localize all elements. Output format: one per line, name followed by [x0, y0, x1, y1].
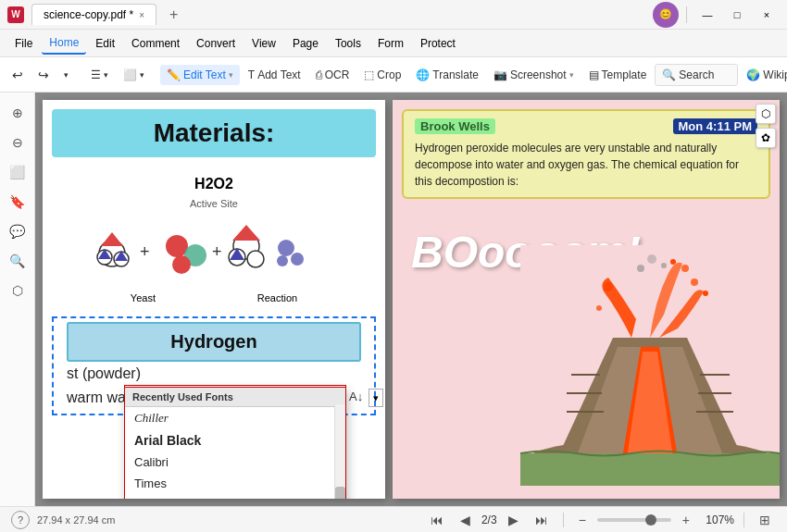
volcano-svg-container — [520, 245, 780, 486]
new-tab-button[interactable]: + — [164, 6, 183, 23]
svg-point-31 — [604, 282, 613, 291]
menu-home[interactable]: Home — [42, 32, 86, 55]
help-button[interactable]: ? — [11, 511, 30, 529]
font-item-times[interactable]: Times — [125, 473, 345, 494]
ocr-button[interactable]: ⎙ OCR — [309, 65, 356, 85]
menu-form[interactable]: Form — [370, 33, 411, 54]
menu-tools[interactable]: Tools — [328, 33, 369, 54]
next-page-button[interactable]: ▶ — [503, 511, 524, 529]
font-item-arial-black[interactable]: Arial Black — [125, 429, 345, 452]
toolbar-hand-label: ▾ — [104, 70, 108, 80]
left-sidebar: ⊕ ⊖ ⬜ 🔖 💬 🔍 ⬡ — [0, 93, 35, 506]
status-bar-right: ⏮ ◀ 2/3 ▶ ⏭ − + 107% ⊞ — [425, 511, 776, 529]
pdf-page-right: ⬡ ✿ Brook Wells Mon 4:11 PM Hydrogen per… — [393, 100, 780, 499]
chat-name: Brook Wells — [415, 118, 495, 134]
font-item-calibri[interactable]: Calibri — [125, 452, 345, 473]
toolbar-dropdown[interactable]: ▾ — [57, 67, 75, 83]
profile-icon[interactable]: 😊 — [653, 2, 679, 28]
sidebar-zoom-out[interactable]: ⊖ — [5, 130, 31, 155]
screenshot-label: Screenshot — [510, 68, 567, 81]
top-right-icons: ⬡ ✿ — [756, 104, 776, 148]
sidebar-comments[interactable]: 💬 — [5, 218, 31, 244]
add-text-label: Add Text — [257, 68, 300, 81]
sidebar-bookmarks[interactable]: 🔖 — [5, 189, 31, 215]
svg-marker-1 — [101, 232, 123, 246]
close-button[interactable]: × — [754, 6, 780, 24]
svg-text:+: + — [140, 242, 150, 261]
menu-comment[interactable]: Comment — [124, 33, 187, 54]
font-scrollbar[interactable] — [334, 404, 345, 499]
menu-protect[interactable]: Protect — [413, 33, 463, 54]
edit-text-button[interactable]: ✏️ Edit Text ▾ — [160, 65, 240, 85]
toolbar: ↩ ↪ ▾ ☰ ▾ ⬜ ▾ ✏️ Edit Text ▾ T Add Text … — [0, 57, 787, 93]
template-button[interactable]: ▤ Template — [582, 65, 654, 85]
font-item-niagara[interactable]: Niagara Engraved — [125, 494, 345, 499]
chat-text: Hydrogen peroxide molecules are very uns… — [415, 140, 757, 190]
toolbar-undo[interactable]: ↩ — [6, 64, 30, 86]
font-list[interactable]: Chiller Arial Black Calibri Times Niagar… — [125, 407, 345, 499]
menu-convert[interactable]: Convert — [189, 33, 243, 54]
toolbar-select-tool[interactable]: ⬜ ▾ — [117, 65, 151, 85]
translate-button[interactable]: 🌐 Translate — [409, 65, 485, 85]
zoom-in-button[interactable]: + — [677, 511, 695, 529]
zoom-slider[interactable] — [597, 518, 671, 522]
zoom-out-button[interactable]: − — [573, 511, 592, 529]
yeast-label: Yeast — [131, 292, 156, 303]
last-page-button[interactable]: ⏭ — [530, 511, 554, 529]
corner-icon-2[interactable]: ✿ — [756, 128, 776, 148]
fit-page-button[interactable]: ⊞ — [754, 511, 776, 529]
pdf-page-left: Materials: H2O2 Active Site + — [43, 100, 385, 499]
tab-item[interactable]: science-copy.pdf * × — [31, 4, 156, 25]
reaction-label: Reaction — [257, 292, 297, 303]
crop-button[interactable]: ⬚ Crop — [357, 65, 407, 85]
wikipedia-button[interactable]: 🌍 Wikipedia — [740, 65, 787, 85]
screenshot-dropdown-icon: ▾ — [569, 70, 574, 80]
tab-close-button[interactable]: × — [139, 10, 144, 20]
sidebar-search[interactable]: 🔍 — [5, 248, 31, 274]
first-page-button[interactable]: ⏮ — [425, 511, 449, 529]
screenshot-button[interactable]: 📷 Screenshot ▾ — [487, 65, 581, 85]
sidebar-zoom-in[interactable]: ⊕ — [5, 100, 31, 126]
title-bar-right: 😊 — □ × — [653, 2, 780, 28]
toolbar-hand-tool[interactable]: ☰ ▾ — [84, 65, 115, 85]
svg-point-15 — [247, 251, 264, 267]
active-site-label: Active Site — [61, 198, 367, 209]
prev-page-button[interactable]: ◀ — [455, 511, 476, 529]
format-dropdown[interactable]: ▾ — [369, 389, 383, 407]
maximize-button[interactable]: □ — [724, 6, 750, 24]
svg-point-9 — [172, 255, 191, 274]
menu-file[interactable]: File — [7, 33, 40, 54]
status-sep-1 — [563, 513, 564, 527]
toolbar-redo[interactable]: ↪ — [31, 64, 56, 86]
svg-marker-12 — [232, 225, 260, 241]
menu-edit[interactable]: Edit — [88, 33, 122, 54]
svg-point-38 — [647, 254, 656, 264]
menu-view[interactable]: View — [244, 33, 283, 54]
wikipedia-label: Wikipedia — [763, 68, 787, 81]
add-text-button[interactable]: T Add Text — [242, 65, 307, 85]
sidebar-layers[interactable]: ⬡ — [5, 278, 31, 303]
status-bar: ? 27.94 x 27.94 cm ⏮ ◀ 2/3 ▶ ⏭ − + 107% … — [0, 506, 787, 532]
title-bar: W science-copy.pdf * × + 😊 — □ × — [0, 0, 787, 30]
svg-point-35 — [670, 259, 676, 265]
crop-icon: ⬚ — [364, 68, 374, 81]
hydrogen-box: Hydrogen — [67, 322, 361, 362]
svg-rect-40 — [520, 453, 780, 486]
font-scrollbar-thumb[interactable] — [335, 487, 345, 499]
search-button[interactable]: 🔍 Search — [655, 64, 738, 86]
materials-heading: Materials: — [52, 109, 376, 157]
zoom-slider-thumb[interactable] — [645, 514, 656, 526]
volcano-area: BOoooom! — [393, 208, 780, 486]
dimensions-label: 27.94 x 27.94 cm — [37, 514, 115, 526]
font-dropdown: Recently Used Fonts Chiller Arial Black … — [124, 387, 346, 499]
corner-icon-1[interactable]: ⬡ — [756, 104, 776, 124]
minimize-button[interactable]: — — [694, 6, 720, 24]
text-shrink-button[interactable]: A↓ — [345, 389, 367, 407]
sidebar-thumbnails[interactable]: ⬜ — [5, 159, 31, 185]
svg-point-17 — [291, 253, 304, 266]
toolbar-select-label: ▾ — [140, 70, 144, 80]
menu-page[interactable]: Page — [285, 33, 326, 54]
add-text-icon: T — [248, 68, 255, 81]
font-item-chiller[interactable]: Chiller — [125, 407, 345, 429]
main-layout: ⊕ ⊖ ⬜ 🔖 💬 🔍 ⬡ Materials: H2O2 Active Sit… — [0, 93, 787, 506]
